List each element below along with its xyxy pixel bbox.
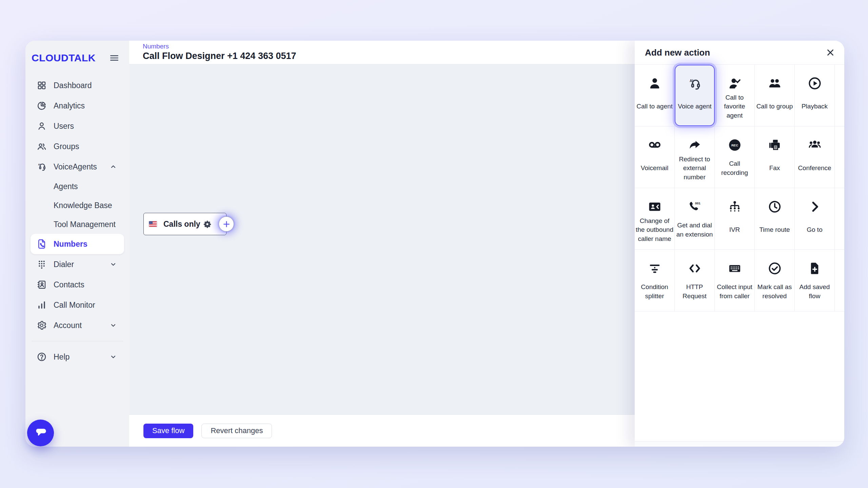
sidebar: CLOUDTALK DashboardAnalyticsUsersGroupsA… bbox=[25, 41, 129, 447]
sidebar-item-help[interactable]: Help bbox=[31, 347, 124, 367]
sidebar-item-label: VoiceAgents bbox=[54, 162, 97, 171]
panel-empty-space bbox=[635, 311, 844, 441]
action-label: Change of the outbound caller name bbox=[635, 214, 674, 249]
sidebar-item-label: Knowledge Base bbox=[54, 201, 112, 210]
sidebar-item-label: Analytics bbox=[54, 101, 85, 110]
action-call-to-favorite-agent[interactable]: Call to favorite agent bbox=[715, 65, 755, 126]
action-go-to[interactable]: Go to bbox=[795, 188, 835, 249]
node-settings-gear-icon[interactable] bbox=[203, 220, 212, 229]
action-time-route[interactable]: Time route bbox=[755, 188, 795, 249]
sidebar-item-label: Dialer bbox=[54, 260, 74, 269]
action-call-to-group[interactable]: Call to group bbox=[755, 65, 795, 126]
action-label: Voice agent bbox=[677, 91, 712, 125]
action-change-of-the-outbound-caller-name[interactable]: Change of the outbound caller name bbox=[635, 188, 675, 249]
close-icon[interactable] bbox=[825, 47, 835, 58]
svg-text:001: 001 bbox=[695, 201, 701, 205]
dialer-icon bbox=[37, 259, 47, 269]
action-collect-input-from-caller[interactable]: Collect input from caller bbox=[715, 250, 755, 311]
chevron-up-icon bbox=[109, 163, 117, 171]
action-label: Call to agent bbox=[635, 90, 674, 126]
action-voice-agent[interactable]: AIVoice agent bbox=[675, 65, 715, 126]
sidebar-item-label: Dashboard bbox=[54, 81, 92, 90]
action-label: Time route bbox=[758, 214, 791, 249]
sidebar-item-contacts[interactable]: Contacts bbox=[31, 274, 124, 295]
sidebar-item-knowledge-base[interactable]: Knowledge Base bbox=[31, 196, 124, 215]
sidebar-item-numbers[interactable]: Numbers bbox=[31, 234, 124, 254]
sidebar-item-users[interactable]: Users bbox=[31, 116, 124, 136]
action-grid-row: Change of the outbound caller name001Get… bbox=[635, 188, 844, 250]
panel-title: Add new action bbox=[645, 47, 710, 58]
groups-icon bbox=[37, 141, 47, 151]
sidebar-item-account[interactable]: Account bbox=[31, 315, 124, 336]
action-grid-row: Call to agentAIVoice agentCall to favori… bbox=[635, 65, 844, 126]
action-voicemail[interactable]: Voicemail bbox=[635, 126, 675, 188]
cloudtalk-logo[interactable]: CLOUDTALK bbox=[32, 52, 96, 64]
sidebar-item-agents[interactable]: Agents bbox=[31, 177, 124, 196]
playback-icon bbox=[808, 76, 822, 90]
sidebar-item-dashboard[interactable]: Dashboard bbox=[31, 75, 124, 96]
help-icon bbox=[37, 352, 47, 362]
sidebar-item-label: Numbers bbox=[54, 240, 87, 249]
app-window: CLOUDTALK DashboardAnalyticsUsersGroupsA… bbox=[25, 41, 844, 447]
action-label: Mark call as resolved bbox=[755, 276, 794, 311]
account-icon bbox=[37, 320, 47, 330]
action-label: Voicemail bbox=[640, 152, 669, 188]
conference-icon bbox=[808, 138, 822, 152]
voice-agents-icon: AI bbox=[37, 162, 47, 172]
us-flag-icon bbox=[149, 221, 157, 227]
sidebar-item-analytics[interactable]: Analytics bbox=[31, 96, 124, 116]
sidebar-item-voiceagents[interactable]: AIVoiceAgents bbox=[31, 157, 124, 177]
action-label: Add saved flow bbox=[795, 276, 834, 311]
action-condition-splitter[interactable]: Condition splitter bbox=[635, 250, 675, 311]
action-redirect-to-external-number[interactable]: Redirect to external number bbox=[675, 126, 715, 188]
action-label: Fax bbox=[768, 152, 781, 188]
action-http-request[interactable]: HTTP Request bbox=[675, 250, 715, 311]
node-label: Calls only bbox=[163, 220, 200, 229]
action-label: HTTP Request bbox=[675, 276, 714, 311]
action-label: IVR bbox=[728, 214, 741, 249]
fax-icon bbox=[768, 138, 782, 152]
contacts-icon bbox=[37, 280, 47, 290]
add-saved-flow-icon bbox=[808, 261, 822, 276]
action-label: Redirect to external number bbox=[675, 152, 714, 188]
sidebar-nav: DashboardAnalyticsUsersGroupsAIVoiceAgen… bbox=[25, 75, 129, 367]
sidebar-item-groups[interactable]: Groups bbox=[31, 136, 124, 157]
sidebar-item-label: Help bbox=[54, 352, 70, 362]
action-mark-call-as-resolved[interactable]: Mark call as resolved bbox=[755, 250, 795, 311]
sidebar-item-call-monitor[interactable]: Call Monitor bbox=[31, 295, 124, 315]
chevron-down-icon bbox=[109, 353, 117, 361]
action-call-to-agent[interactable]: Call to agent bbox=[635, 65, 675, 126]
panel-header: Add new action bbox=[635, 41, 844, 64]
mark-resolved-icon bbox=[768, 261, 782, 276]
sidebar-item-dialer[interactable]: Dialer bbox=[31, 254, 124, 274]
action-fax[interactable]: Fax bbox=[755, 126, 795, 188]
node-add-action-button[interactable] bbox=[219, 217, 234, 232]
sidebar-item-label: Groups bbox=[54, 142, 79, 151]
chevron-down-icon bbox=[109, 260, 117, 268]
save-flow-button[interactable]: Save flow bbox=[143, 424, 193, 438]
action-get-and-dial-an-extension[interactable]: 001Get and dial an extension bbox=[675, 188, 715, 249]
action-call-recording[interactable]: RECCall recording bbox=[715, 126, 755, 188]
action-grid-row: Condition splitterHTTP RequestCollect in… bbox=[635, 250, 844, 311]
revert-changes-button[interactable]: Revert changes bbox=[201, 424, 272, 438]
action-label: Playback bbox=[801, 90, 829, 126]
voice-agent-icon: AI bbox=[688, 77, 702, 91]
breadcrumb[interactable]: Numbers bbox=[143, 43, 169, 50]
flow-node-calls-only[interactable]: Calls only bbox=[143, 213, 226, 235]
hamburger-menu-icon[interactable] bbox=[109, 53, 120, 63]
action-grid: Call to agentAIVoice agentCall to favori… bbox=[635, 64, 844, 311]
sidebar-item-label: Call Monitor bbox=[54, 301, 95, 310]
sidebar-item-label: Users bbox=[54, 122, 74, 131]
action-grid-row: VoicemailRedirect to external numberRECC… bbox=[635, 126, 844, 188]
sidebar-item-tool-management[interactable]: Tool Management bbox=[31, 215, 124, 234]
go-to-icon bbox=[808, 200, 822, 214]
action-conference[interactable]: Conference bbox=[795, 126, 835, 188]
action-playback[interactable]: Playback bbox=[795, 65, 835, 126]
chat-fab-button[interactable] bbox=[27, 420, 54, 446]
logo-row: CLOUDTALK bbox=[25, 41, 129, 75]
dial-extension-icon: 001 bbox=[688, 200, 702, 214]
action-label: Condition splitter bbox=[635, 276, 674, 311]
action-add-saved-flow[interactable]: Add saved flow bbox=[795, 250, 835, 311]
collect-input-icon bbox=[728, 261, 742, 276]
action-ivr[interactable]: IVR bbox=[715, 188, 755, 249]
